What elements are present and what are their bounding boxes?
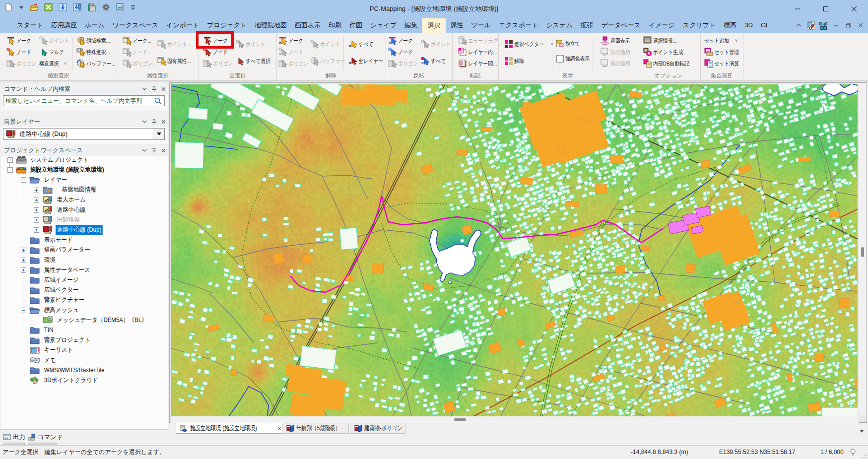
ribbon-button-セット演算[interactable]: セット演算	[704, 58, 743, 69]
tree-item-メモ[interactable]: メモ	[43, 355, 59, 365]
tree-expander-expanded[interactable]	[7, 167, 13, 173]
ribbon-tab-インポート[interactable]: インポート	[162, 18, 203, 33]
ribbon-tab-シェイプ[interactable]: シェイプ	[366, 18, 401, 33]
ribbon-button-アーク[interactable]: アーク	[6, 35, 34, 46]
document-tab-年齢別（5歳階級）[interactable]: 年齢別（5歳階級）	[282, 423, 349, 434]
ribbon-tab-属性[interactable]: 属性	[446, 18, 467, 33]
ribbon-button-内部DB自動転記[interactable]: 内部DB自動転記	[643, 58, 696, 69]
tree-expander-collapsed[interactable]	[7, 157, 13, 163]
ribbon-button-すべて[interactable]: すべて	[348, 39, 376, 50]
ribbon-button-ポイント生成[interactable]: ポイント生成	[643, 47, 688, 58]
tree-item-描画パラメーター[interactable]: 描画パラメーター	[43, 245, 96, 255]
tree-item-キーリスト[interactable]: キーリスト	[43, 345, 77, 355]
tree-item-3Dポイントクラウド[interactable]: 3Dポイントクラウド	[43, 375, 104, 385]
ribbon-tab-イメージ[interactable]: イメージ	[645, 18, 679, 33]
close-icon[interactable]	[161, 87, 166, 91]
tree-expander-expanded[interactable]	[21, 308, 26, 313]
ribbon-button-選択情報[interactable]: 選択情報...	[643, 35, 681, 46]
ribbon-tab-スクリプト[interactable]: スクリプト	[679, 18, 720, 33]
map-canvas[interactable]	[171, 84, 858, 416]
ribbon-button-ノード[interactable]: ノード	[202, 47, 231, 58]
map-vertical-scrollbar[interactable]	[859, 84, 867, 415]
tree-expander-collapsed[interactable]	[34, 197, 39, 203]
ribbon-button-固有属性[interactable]: 固有属性...	[157, 56, 196, 66]
search-box[interactable]	[3, 95, 165, 106]
tree-expander-collapsed[interactable]	[34, 217, 39, 223]
ribbon-button-特殊選択[interactable]: 特殊選択...	[76, 47, 115, 58]
ribbon-tab-データベース[interactable]: データベース	[598, 18, 645, 33]
dock-tab-出力[interactable]: 出力	[3, 432, 25, 443]
ribbon-tab-標高[interactable]: 標高	[720, 18, 740, 33]
stereo-3d-icon[interactable]	[819, 21, 828, 30]
tree-item-環境[interactable]: 環境	[43, 255, 58, 265]
chevron-down-icon[interactable]	[142, 120, 147, 124]
ribbon-button-領域検索[interactable]: 領域検索...	[76, 35, 115, 46]
ribbon-button-アーク[interactable]: アーク	[202, 35, 231, 46]
maximize-button[interactable]	[811, 0, 840, 18]
ribbon-tab-エクスポート[interactable]: エクスポート	[495, 18, 542, 33]
ribbon-button-選択ベクター[interactable]: 選択ベクター˅	[504, 39, 554, 50]
mdi-close-icon[interactable]	[856, 21, 865, 30]
tree-expander-collapsed[interactable]	[21, 258, 26, 263]
foreground-layer-combobox[interactable]: 道路中心線 (Dup)	[3, 128, 165, 140]
ribbon-tab-応用講座[interactable]: 応用講座	[47, 18, 81, 33]
mdi-restore-icon[interactable]	[844, 21, 853, 30]
ribbon-tab-選択[interactable]: 選択	[421, 18, 446, 33]
ribbon-tab-プロジェクト[interactable]: プロジェクト	[203, 18, 251, 33]
ribbon-button-すべて[interactable]: すべて	[420, 56, 449, 66]
resize-grip[interactable]	[861, 453, 867, 459]
tree-item-標高メッシュ[interactable]: 標高メッシュ	[43, 305, 83, 315]
tree-item-WMS/WMTS/RasterTile[interactable]: WMS/WMTS/RasterTile	[43, 365, 111, 375]
ribbon-button-ノード[interactable]: ノード	[6, 47, 34, 58]
ribbon-tab-編集[interactable]: 編集	[401, 18, 421, 33]
vertical-scrollbar-thumb[interactable]	[861, 247, 864, 257]
tree-item-背景ピクチャー[interactable]: 背景ピクチャー	[43, 295, 90, 305]
mdi-minimize-icon[interactable]	[831, 21, 840, 30]
ribbon-button-すべて選択[interactable]: すべて選択	[235, 56, 275, 66]
ribbon-button-旗立て[interactable]: 旗立て	[555, 38, 583, 49]
ribbon-button-マルチ[interactable]: マルチ	[39, 47, 67, 58]
ribbon-button-アーク[interactable]: アーク	[388, 35, 416, 46]
ribbon-tab-地理院地図[interactable]: 地理院地図	[251, 18, 291, 33]
tab-list-dropdown-icon[interactable]	[860, 426, 864, 435]
chevron-down-icon[interactable]	[142, 87, 147, 91]
ribbon-tab-3D[interactable]: 3D	[740, 18, 757, 33]
ribbon-button-巡回表示[interactable]: 巡回表示	[600, 35, 634, 46]
ribbon-tab-システム[interactable]: システム	[542, 18, 576, 33]
tree-item-背景プロジェクト[interactable]: 背景プロジェクト	[43, 335, 96, 345]
tree-item-属性データベース[interactable]: 属性データベース	[43, 265, 96, 275]
ribbon-tab-スタート[interactable]: スタート	[13, 18, 47, 33]
tree-item-基盤地図情報[interactable]: 基盤地図情報	[61, 185, 101, 195]
ribbon-button-ノード[interactable]: ノード	[388, 47, 416, 58]
document-tab-建築物-ポリゴン[interactable]: 建築物-ポリゴン	[350, 423, 405, 434]
chevron-down-icon[interactable]	[142, 148, 147, 152]
ribbon-tab-拡張[interactable]: 拡張	[577, 18, 598, 33]
lightbulb-icon[interactable]	[850, 448, 857, 459]
ribbon-button-全レイヤー[interactable]: 全レイヤー	[348, 56, 388, 66]
ribbon-button-アーク[interactable]: アーク	[278, 35, 306, 46]
ribbon-tab-印刷[interactable]: 印刷	[325, 18, 345, 33]
ribbon-tab-作図[interactable]: 作図	[345, 18, 366, 33]
close-icon[interactable]	[161, 120, 166, 124]
ribbon-button-強調色表示[interactable]: 強調色表示	[555, 53, 595, 64]
tree-expander-collapsed[interactable]	[34, 207, 39, 213]
ribbon-button-解除[interactable]: 解除	[504, 56, 526, 66]
map-horizontal-scrollbar[interactable]	[171, 416, 859, 423]
tree-item-システムプロジェクト[interactable]: システムプロジェクト	[29, 156, 95, 165]
ribbon-button-構造選択[interactable]: 構造選択˅	[39, 58, 67, 69]
tree-item-国調境界[interactable]: 国調境界	[56, 215, 83, 225]
combobox-dropdown-button[interactable]	[153, 129, 164, 139]
map-picture-icon[interactable]	[806, 21, 815, 30]
tree-item-広域ベクター[interactable]: 広域ベクター	[43, 285, 83, 295]
tree-item-道路中心線[interactable]: 道路中心線	[56, 205, 90, 215]
pin-icon[interactable]	[151, 86, 157, 92]
minimize-button[interactable]	[783, 0, 811, 18]
tab-close-icon[interactable]: ×	[275, 425, 281, 432]
search-icon[interactable]	[154, 97, 162, 105]
tree-item-広域イメージ[interactable]: 広域イメージ	[43, 275, 83, 285]
close-icon[interactable]	[161, 148, 166, 153]
ribbon-button-アーク[interactable]: アーク...	[122, 35, 155, 46]
search-input[interactable]	[3, 97, 154, 104]
tree-item-表示モード[interactable]: 表示モード	[43, 235, 77, 245]
document-tab-施設立地環境 (施設立地環境)[interactable]: 施設立地環境 (施設立地環境)×	[176, 423, 283, 434]
